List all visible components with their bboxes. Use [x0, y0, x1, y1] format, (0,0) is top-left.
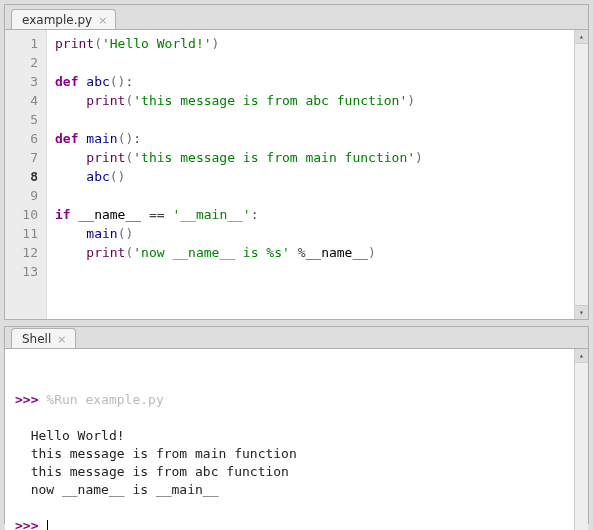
line-number: 12 [5, 243, 38, 262]
code-line[interactable]: print('Hello World!') [55, 34, 588, 53]
cursor [47, 520, 48, 531]
code-line[interactable]: def abc(): [55, 72, 588, 91]
scroll-up-icon[interactable]: ▴ [575, 349, 588, 363]
shell-tab[interactable]: Shell × [11, 328, 76, 349]
line-number: 4 [5, 91, 38, 110]
scroll-down-icon[interactable]: ▾ [575, 305, 588, 319]
editor-tab[interactable]: example.py × [11, 9, 116, 30]
line-number: 11 [5, 224, 38, 243]
code-line[interactable] [55, 186, 588, 205]
code-line[interactable] [55, 110, 588, 129]
code-line[interactable]: abc() [55, 167, 588, 186]
code-line[interactable]: main() [55, 224, 588, 243]
shell-line: now __name__ is __main__ [15, 481, 578, 499]
shell-scrollbar[interactable]: ▴ ▾ [574, 349, 588, 530]
shell-line [15, 409, 578, 427]
line-number: 6 [5, 129, 38, 148]
close-icon[interactable]: × [57, 334, 66, 345]
shell-tab-bar: Shell × [5, 327, 588, 348]
line-number: 13 [5, 262, 38, 281]
line-number: 10 [5, 205, 38, 224]
editor-tab-label: example.py [22, 13, 92, 27]
line-number: 2 [5, 53, 38, 72]
line-number: 9 [5, 186, 38, 205]
code-line[interactable]: print('now __name__ is %s' %__name__) [55, 243, 588, 262]
shell-panel: Shell × >>> %Run example.py Hello World!… [4, 326, 589, 524]
shell-line: this message is from abc function [15, 463, 578, 481]
shell-line: Hello World! [15, 427, 578, 445]
code-line[interactable]: def main(): [55, 129, 588, 148]
line-number: 3 [5, 72, 38, 91]
code-line[interactable]: print('this message is from main functio… [55, 148, 588, 167]
line-number: 8 [5, 167, 38, 186]
code-area[interactable]: print('Hello World!') def abc(): print('… [47, 30, 588, 319]
code-line[interactable] [55, 262, 588, 281]
line-number: 1 [5, 34, 38, 53]
close-icon[interactable]: × [98, 15, 107, 26]
line-number: 7 [5, 148, 38, 167]
code-line[interactable]: print('this message is from abc function… [55, 91, 588, 110]
shell-tab-label: Shell [22, 332, 51, 346]
code-line[interactable]: if __name__ == '__main__': [55, 205, 588, 224]
shell-line: >>> %Run example.py [15, 391, 578, 409]
shell-output[interactable]: >>> %Run example.py Hello World! this me… [5, 348, 588, 530]
editor-panel: example.py × 12345678910111213 print('He… [4, 4, 589, 320]
line-number: 5 [5, 110, 38, 129]
shell-prompt-line[interactable]: >>> [15, 517, 578, 530]
editor-content: 12345678910111213 print('Hello World!') … [5, 29, 588, 319]
shell-line [15, 499, 578, 517]
code-line[interactable] [55, 53, 588, 72]
scroll-up-icon[interactable]: ▴ [575, 30, 588, 44]
line-number-gutter: 12345678910111213 [5, 30, 47, 319]
editor-tab-bar: example.py × [5, 5, 588, 29]
shell-line: this message is from main function [15, 445, 578, 463]
editor-scrollbar[interactable]: ▴ ▾ [574, 30, 588, 319]
